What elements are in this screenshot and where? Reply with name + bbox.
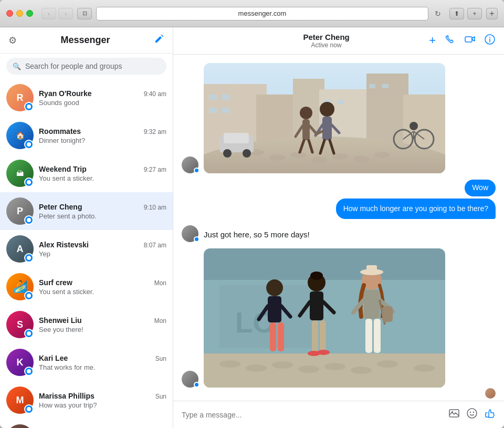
toolbar-right: ⬆ +	[449, 8, 482, 19]
conversation-item-weekend[interactable]: 🏔 Weekend Trip 9:27 am You sent a sticke…	[0, 154, 173, 192]
conversation-item-kate[interactable]: K Kate Stern Sat Want to grab drinks ton…	[0, 419, 173, 428]
just-got-here-text: Just got here, so 5 more days!	[204, 227, 310, 242]
messenger-badge	[24, 102, 34, 111]
conv-preview: That works for me.	[39, 363, 166, 371]
svg-point-55	[219, 360, 240, 368]
avatar-wrap: S	[6, 311, 34, 338]
message-group-incoming-photo1	[182, 63, 496, 173]
conversation-item-marissa[interactable]: M Marissa Phillips Sun How was your trip…	[0, 381, 173, 419]
conv-name: Shenwei Liu	[39, 316, 82, 325]
tab-icon[interactable]: ⊡	[77, 8, 92, 19]
svg-point-45	[410, 122, 418, 130]
conv-time: 9:10 am	[144, 204, 166, 211]
message-group-outgoing: Wow How much longer are you going to be …	[182, 180, 496, 219]
svg-rect-11	[209, 95, 217, 100]
conv-top: Shenwei Liu Mon	[39, 316, 166, 325]
add-contact-button[interactable]: +	[429, 34, 436, 48]
svg-point-59	[324, 363, 345, 370]
svg-rect-13	[209, 108, 217, 113]
conversation-item-ryan[interactable]: R Ryan O'Rourke 9:40 am Sounds good	[0, 79, 173, 117]
like-button[interactable]	[484, 408, 496, 422]
conv-top: Weekend Trip 9:27 am	[39, 165, 166, 173]
avatar: K	[6, 424, 34, 428]
conv-info: Shenwei Liu Mon See you there!	[39, 316, 166, 333]
emoji-button[interactable]	[466, 408, 478, 422]
new-tab-button[interactable]: +	[486, 8, 498, 19]
svg-point-77	[317, 350, 330, 355]
info-button[interactable]	[484, 34, 496, 48]
conv-info: Kari Lee Sun That works for me.	[39, 354, 166, 371]
conv-name: Surf crew	[39, 278, 72, 287]
minimize-button[interactable]	[16, 10, 23, 17]
message-group-incoming-photo2: LO	[182, 248, 496, 388]
svg-rect-28	[302, 119, 310, 140]
svg-rect-54	[204, 353, 445, 388]
search-icon: 🔍	[13, 62, 21, 70]
conversation-item-shenwei[interactable]: S Shenwei Liu Mon See you there!	[0, 306, 173, 343]
svg-rect-68	[278, 322, 284, 351]
add-bookmark-button[interactable]: +	[467, 8, 482, 19]
avatar-wrap: 🏠	[6, 122, 34, 149]
conversation-item-alex[interactable]: A Alex Ristevski 8:07 am Yep	[0, 230, 173, 268]
conv-name: Alex Ristevski	[39, 241, 89, 249]
address-bar[interactable]: messenger.com	[96, 7, 428, 20]
svg-point-90	[467, 409, 477, 418]
conv-time: 9:40 am	[144, 90, 166, 98]
conv-preview: How was your trip?	[39, 401, 166, 409]
incoming-photo-2: LO	[204, 248, 445, 388]
conv-preview: Dinner tonight?	[39, 137, 166, 144]
app-container: ⚙ Messenger 🔍 Search for people and grou…	[0, 27, 504, 428]
svg-point-62	[414, 364, 435, 372]
conv-info: Marissa Phillips Sun How was your trip?	[39, 392, 166, 409]
conv-name: Roommates	[39, 127, 81, 135]
messenger-badge	[24, 404, 34, 414]
conv-top: Roommates 9:32 am	[39, 127, 166, 135]
conv-name: Ryan O'Rourke	[39, 89, 92, 98]
image-attach-button[interactable]	[448, 408, 460, 422]
incoming-photo-1	[204, 63, 445, 173]
conv-time: Mon	[154, 317, 166, 325]
conv-preview: See you there!	[39, 326, 166, 333]
sidebar-header: ⚙ Messenger	[0, 27, 173, 54]
svg-point-58	[298, 366, 319, 373]
compose-icon[interactable]	[154, 34, 164, 47]
svg-point-25	[353, 156, 369, 162]
svg-point-33	[320, 102, 334, 117]
conv-info: Ryan O'Rourke 9:40 am Sounds good	[39, 89, 166, 107]
message-bubble-wow: Wow	[465, 180, 496, 196]
svg-rect-64	[268, 296, 281, 322]
svg-rect-16	[338, 100, 344, 104]
conversation-item-peter[interactable]: P Peter Cheng 9:10 am Peter sent a photo…	[0, 192, 173, 230]
conv-info: Weekend Trip 9:27 am You sent a sticker.	[39, 165, 166, 182]
forward-button[interactable]: ›	[58, 8, 73, 19]
chat-area: Peter Cheng Active now +	[173, 27, 504, 428]
avatar-wrap: R	[6, 84, 34, 111]
msg-content	[204, 63, 445, 173]
avatar-wrap: A	[6, 235, 34, 263]
settings-icon[interactable]: ⚙	[8, 35, 17, 46]
svg-point-49	[243, 149, 251, 158]
maximize-button[interactable]	[26, 10, 33, 17]
svg-rect-84	[365, 319, 372, 353]
conv-top: Peter Cheng 9:10 am	[39, 203, 166, 211]
video-call-button[interactable]	[464, 34, 476, 48]
message-input[interactable]	[182, 411, 442, 419]
search-bar[interactable]: 🔍 Search for people and groups	[6, 58, 166, 75]
message-bubble-longer: How much longer are you going to be ther…	[336, 199, 496, 220]
sidebar-title: Messenger	[17, 35, 154, 46]
read-receipt-avatar	[485, 388, 496, 399]
back-button[interactable]: ‹	[41, 8, 56, 19]
url-text: messenger.com	[238, 9, 287, 17]
conversation-item-surf[interactable]: 🏄 Surf crew Mon You sent a sticker.	[0, 268, 173, 306]
close-button[interactable]	[6, 10, 13, 17]
messenger-badge	[24, 140, 34, 149]
share-button[interactable]: ⬆	[449, 8, 464, 19]
svg-rect-47	[224, 133, 249, 143]
svg-point-91	[470, 412, 471, 413]
refresh-button[interactable]: ↻	[435, 9, 441, 18]
conversation-item-kari[interactable]: K Kari Lee Sun That works for me.	[0, 343, 173, 381]
conversation-item-roommates[interactable]: 🏠 Roommates 9:32 am Dinner tonight?	[0, 117, 173, 154]
conv-name: Peter Cheng	[39, 203, 82, 211]
svg-rect-12	[222, 95, 230, 100]
phone-call-button[interactable]	[444, 34, 456, 48]
